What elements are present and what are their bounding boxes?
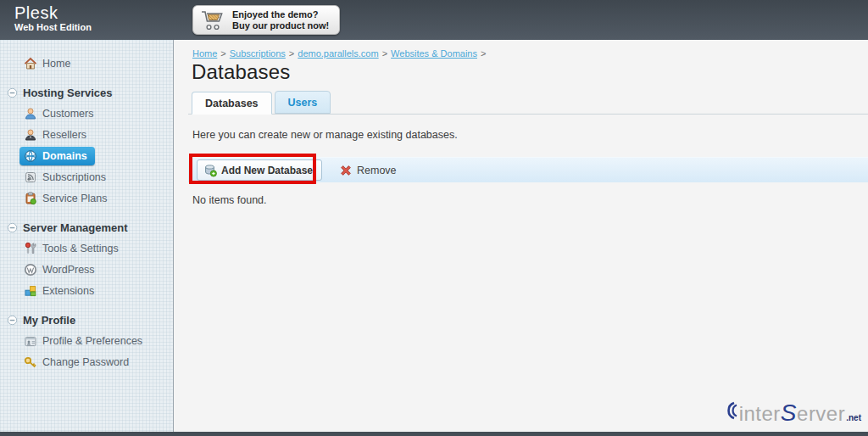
breadcrumb-separator: >: [382, 48, 387, 59]
tab-users[interactable]: Users: [275, 91, 331, 114]
interserver-mark-icon: [722, 400, 741, 421]
breadcrumb-separator: >: [289, 48, 294, 59]
sidebar-group-label: Hosting Services: [23, 87, 113, 99]
sidebar-item-label: WordPress: [42, 264, 95, 276]
add-new-database-button[interactable]: Add New Database: [197, 159, 322, 181]
sidebar-item-label: Profile & Preferences: [42, 335, 142, 347]
sidebar-item-service-plans[interactable]: Service Plans: [0, 187, 173, 209]
sidebar-item-profile-preferences[interactable]: Profile & Preferences: [0, 330, 173, 351]
remove-x-icon: [340, 165, 352, 176]
plesk-logo: Plesk Web Host Edition: [14, 4, 92, 33]
buy-product-banner[interactable]: Enjoyed the demo? Buy our product now!: [192, 5, 340, 35]
toolbar: Add New Database Remove: [188, 157, 868, 182]
sidebar-item-label: Domains: [42, 150, 87, 162]
collapse-icon[interactable]: [7, 222, 18, 233]
sidebar-item-domains[interactable]: Domains: [0, 145, 173, 166]
sidebar-group-hosting-services[interactable]: Hosting Services: [0, 82, 173, 103]
interserver-watermark: interServer.net: [722, 400, 861, 425]
promo-line-2: Buy our product now!: [232, 20, 329, 31]
shopping-cart-icon: [200, 9, 225, 31]
breadcrumb-link-home[interactable]: Home: [192, 48, 217, 59]
breadcrumb-separator: >: [220, 48, 225, 59]
key-icon: [24, 355, 37, 369]
sidebar-item-label: Home: [42, 58, 70, 70]
customers-icon: [24, 107, 37, 120]
sidebar-item-resellers[interactable]: Resellers: [0, 124, 173, 145]
sidebar-group-label: Server Management: [23, 221, 128, 234]
home-icon: [24, 57, 37, 70]
tab-databases[interactable]: Databases: [192, 92, 272, 115]
sidebar-item-customers[interactable]: Customers: [0, 103, 173, 124]
watermark-inter: inter: [739, 404, 781, 424]
sidebar-item-wordpress[interactable]: WordPress: [0, 259, 173, 280]
sidebar-group-server-management[interactable]: Server Management: [0, 217, 173, 238]
sidebar-group-my-profile[interactable]: My Profile: [0, 310, 173, 330]
profile-preferences-icon: [24, 334, 37, 348]
watermark-s-swoosh: S: [781, 400, 797, 426]
sidebar-item-label: Change Password: [42, 356, 129, 368]
breadcrumb-link-websites-domains[interactable]: Websites & Domains: [391, 48, 477, 59]
subscriptions-icon: [24, 170, 37, 184]
logo-edition: Web Host Edition: [14, 22, 92, 33]
top-header: Plesk Web Host Edition Enjoyed the demo?…: [0, 0, 868, 40]
page-title: Databases: [192, 60, 291, 84]
watermark-server: Server: [781, 401, 845, 425]
sidebar-item-label: Service Plans: [42, 193, 107, 204]
sidebar-item-label: Customers: [42, 108, 93, 120]
collapse-icon[interactable]: [7, 315, 18, 326]
sidebar-item-extensions[interactable]: Extensions: [0, 280, 173, 301]
sidebar-item-tools-settings[interactable]: Tools & Settings: [0, 238, 173, 259]
sidebar-item-change-password[interactable]: Change Password: [0, 351, 173, 372]
breadcrumb-link-domain[interactable]: demo.parallels.com: [298, 48, 378, 59]
watermark-net: .net: [846, 414, 861, 422]
breadcrumb-separator: >: [481, 48, 486, 59]
collapse-icon[interactable]: [7, 87, 18, 98]
sidebar-group-label: My Profile: [23, 314, 75, 327]
watermark-server-rest: erver: [797, 402, 845, 425]
resellers-icon: [24, 128, 37, 142]
remove-label: Remove: [357, 165, 397, 176]
plesk-window: Plesk Web Host Edition Enjoyed the demo?…: [0, 0, 868, 436]
tools-settings-icon: [24, 242, 37, 255]
breadcrumb: Home>Subscriptions>demo.parallels.com>We…: [192, 48, 489, 59]
sidebar-item-home[interactable]: Home: [0, 53, 173, 74]
add-database-icon: [203, 164, 217, 177]
page-description: Here you can create new or manage existi…: [192, 129, 458, 141]
domains-icon: [24, 149, 37, 163]
promo-line-1: Enjoyed the demo?: [232, 9, 329, 20]
main-content: Home>Subscriptions>demo.parallels.com>We…: [175, 40, 868, 432]
sidebar-item-subscriptions[interactable]: Subscriptions: [0, 166, 173, 187]
sidebar-item-label: Tools & Settings: [42, 243, 119, 254]
logo-product-name: Plesk: [14, 4, 92, 22]
sidebar: Home Hosting Services Customers: [0, 40, 174, 432]
sidebar-item-label: Resellers: [42, 129, 86, 141]
remove-button[interactable]: Remove: [340, 165, 397, 176]
tab-bar: Databases Users: [188, 92, 868, 115]
wordpress-icon: [24, 263, 37, 277]
breadcrumb-link-subscriptions[interactable]: Subscriptions: [230, 48, 286, 59]
service-plans-icon: [24, 192, 37, 205]
extensions-icon: [24, 284, 37, 298]
sidebar-item-label: Extensions: [42, 285, 94, 297]
window-bottom-edge: [0, 432, 868, 436]
sidebar-item-label: Subscriptions: [42, 171, 106, 183]
add-new-database-label: Add New Database: [221, 165, 313, 176]
empty-state-text: No items found.: [192, 194, 267, 206]
